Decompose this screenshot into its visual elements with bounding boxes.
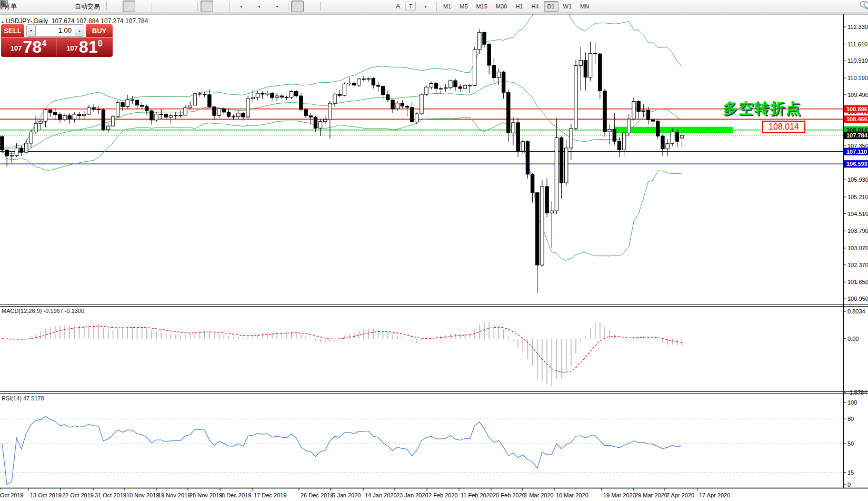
- chart-title: ▴USDJPY-,Daily 107.674 107.884 107.274 1…: [2, 17, 148, 25]
- macd-indicator-label: MACD(12,26,9) -0.1967 -0.1300: [2, 308, 84, 314]
- svg-text:0.8034: 0.8034: [847, 308, 865, 315]
- svg-text:5 Jan 2020: 5 Jan 2020: [332, 492, 361, 498]
- order-book-icon[interactable]: [19, 1, 32, 12]
- chart-shift-icon[interactable]: [214, 1, 227, 12]
- svg-text:26 Dec 2019: 26 Dec 2019: [301, 492, 333, 498]
- horizontal-lines: [0, 109, 843, 164]
- timeframe-h4[interactable]: H4: [527, 1, 542, 12]
- zoom-in-icon[interactable]: [155, 1, 167, 12]
- horizontal-line-icon[interactable]: [337, 1, 350, 12]
- candlestick-chart-icon[interactable]: [123, 1, 135, 12]
- svg-text:14 Jan 2020: 14 Jan 2020: [365, 492, 397, 498]
- separator: [288, 2, 288, 11]
- svg-text:1 Mar 2020: 1 Mar 2020: [524, 492, 554, 498]
- svg-text:107.784: 107.784: [846, 132, 868, 139]
- arrows-icon[interactable]: ▾: [417, 1, 434, 12]
- autotrading-icon[interactable]: [61, 1, 72, 12]
- timeframe-m1[interactable]: M1: [440, 1, 455, 12]
- svg-text:2 Feb 2020: 2 Feb 2020: [428, 492, 458, 498]
- svg-text:102.370: 102.370: [847, 262, 868, 268]
- rsi-levels: [0, 419, 843, 472]
- svg-text:80: 80: [847, 416, 854, 422]
- rsi-indicator-label: RSI(14) 47.5178: [2, 395, 44, 401]
- timeframe-m5[interactable]: M5: [456, 1, 471, 12]
- svg-text:112.330: 112.330: [847, 24, 868, 30]
- indicators-icon[interactable]: ▾: [233, 1, 250, 12]
- volume-stepper: ▼ 1.00 ▲: [26, 24, 84, 37]
- trendline-icon[interactable]: [351, 1, 363, 12]
- timeframe-h1[interactable]: H1: [512, 1, 526, 12]
- chart-annotation-text: 多空转折点: [723, 99, 802, 119]
- sell-price[interactable]: 107784: [1, 37, 56, 57]
- svg-text:10 Nov 2019: 10 Nov 2019: [126, 492, 159, 498]
- svg-text:100.950: 100.950: [847, 296, 868, 302]
- svg-text:8 Dec 2019: 8 Dec 2019: [222, 492, 251, 498]
- svg-text:101.650: 101.650: [847, 279, 868, 285]
- svg-text:31 Oct 2019: 31 Oct 2019: [95, 492, 126, 498]
- bar-chart-icon[interactable]: [109, 1, 122, 12]
- svg-text:50: 50: [847, 440, 854, 447]
- vertical-line-icon[interactable]: [323, 1, 336, 12]
- volume-input[interactable]: 1.00: [36, 24, 75, 37]
- svg-text:11 Feb 2020: 11 Feb 2020: [461, 492, 493, 498]
- cursor-icon[interactable]: [291, 1, 304, 12]
- svg-text:7 Apr 2020: 7 Apr 2020: [666, 492, 694, 498]
- auto-scroll-icon[interactable]: [201, 1, 213, 12]
- crosshair-icon[interactable]: [305, 1, 317, 12]
- svg-text:10 Mar 2020: 10 Mar 2020: [556, 492, 588, 498]
- svg-text:15: 15: [847, 469, 854, 476]
- svg-text:100: 100: [847, 399, 857, 406]
- timeframe-m15[interactable]: M15: [473, 1, 491, 12]
- collapse-arrow-icon[interactable]: ▴: [2, 19, 4, 24]
- profile-icon[interactable]: [33, 1, 46, 12]
- price-level-callout: 108.014: [762, 121, 805, 133]
- svg-text:-1.5784: -1.5784: [847, 389, 867, 396]
- panel-borders: [0, 14, 868, 488]
- svg-text:Oct 2019: Oct 2019: [0, 492, 24, 498]
- svg-text:29 Mar 2020: 29 Mar 2020: [635, 492, 667, 498]
- svg-text:17 Apr 2020: 17 Apr 2020: [699, 492, 730, 498]
- svg-text:103.790: 103.790: [847, 228, 868, 234]
- svg-text:104.510: 104.510: [847, 211, 868, 217]
- timeframe-bar: M1M5M15M30H1H4D1W1MN: [440, 1, 593, 12]
- volume-down-button[interactable]: ▼: [26, 24, 36, 37]
- separator: [436, 2, 437, 11]
- svg-text:111.610: 111.610: [847, 41, 867, 47]
- chart-canvas[interactable]: 112.330111.610110.910110.190109.490108.7…: [0, 14, 868, 501]
- text-label-icon[interactable]: T: [405, 2, 416, 11]
- zoom-out-icon[interactable]: [168, 1, 181, 12]
- svg-text:28 Nov 2019: 28 Nov 2019: [189, 492, 222, 498]
- chevron-down-icon: ▾: [258, 4, 260, 9]
- volume-up-button[interactable]: ▲: [75, 24, 84, 37]
- sell-button[interactable]: SELL: [1, 24, 24, 37]
- buy-button[interactable]: BUY: [86, 24, 113, 37]
- tile-windows-icon[interactable]: [182, 1, 195, 12]
- svg-text:110.190: 110.190: [847, 75, 868, 81]
- macd-histogram: [2, 322, 682, 387]
- svg-text:20 Feb 2020: 20 Feb 2020: [493, 492, 525, 498]
- mt4-window: 新订单 自动交易: [0, 0, 868, 501]
- timeframe-w1[interactable]: W1: [560, 1, 576, 12]
- timeframe-mn[interactable]: MN: [576, 1, 593, 12]
- templates-icon[interactable]: ▾: [268, 1, 285, 12]
- timeframe-d1[interactable]: D1: [544, 1, 558, 12]
- svg-text:105.930: 105.930: [847, 176, 868, 183]
- svg-text:103.070: 103.070: [847, 245, 868, 251]
- chevron-down-icon: ▾: [424, 4, 426, 9]
- text-icon[interactable]: A: [392, 1, 404, 12]
- fibonacci-icon[interactable]: F: [378, 1, 391, 12]
- chart-area: 112.330111.610110.910110.190109.490108.7…: [0, 14, 868, 501]
- channel-icon[interactable]: E: [364, 1, 377, 12]
- signals-icon[interactable]: [47, 1, 59, 12]
- svg-text:19 Nov 2019: 19 Nov 2019: [158, 492, 191, 498]
- separator: [320, 2, 321, 11]
- periods-clock-icon[interactable]: ▾: [251, 1, 267, 12]
- autotrading-button[interactable]: 自动交易: [73, 1, 102, 12]
- toolbar: 新订单 自动交易: [0, 0, 868, 13]
- candles-layer: [1, 30, 684, 293]
- chevron-down-icon: ▾: [276, 4, 278, 9]
- timeframe-m30[interactable]: M30: [492, 1, 511, 12]
- ohlc-values: 107.674 107.884 107.274 107.784: [52, 17, 148, 25]
- line-chart-icon[interactable]: [136, 1, 149, 12]
- buy-price[interactable]: 107810: [56, 37, 113, 57]
